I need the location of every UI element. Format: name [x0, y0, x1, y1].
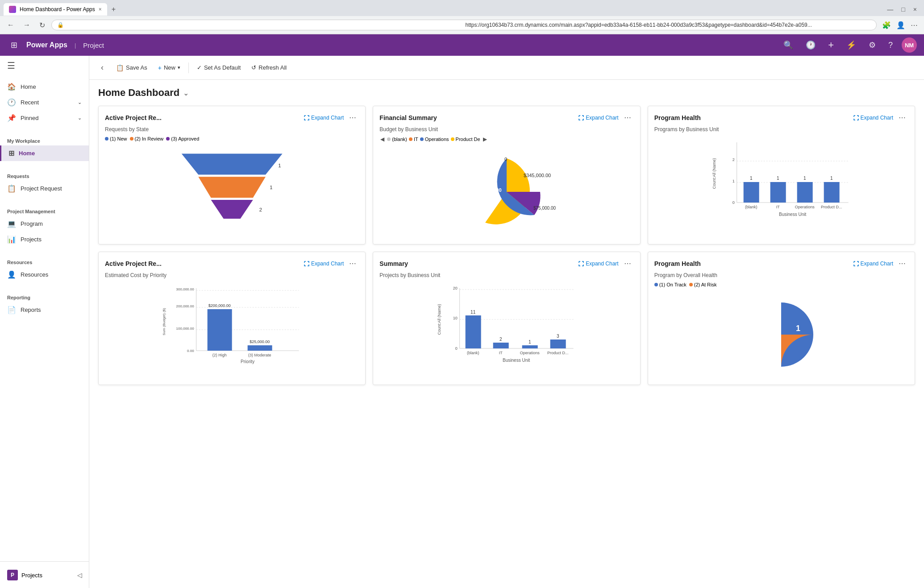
- refresh-button[interactable]: ↻: [37, 19, 48, 31]
- svg-rect-61: [550, 340, 566, 348]
- my-workplace-title: My Workplace: [0, 133, 89, 145]
- svg-text:Business Unit: Business Unit: [503, 358, 530, 363]
- search-button[interactable]: 🔍: [780, 37, 797, 53]
- dashboard-grid: Active Project Re... Expand Chart ⋯ Requ…: [89, 102, 924, 394]
- browser-tab[interactable]: Home Dashboard - Power Apps ×: [4, 3, 107, 16]
- settings-button[interactable]: ⚙: [865, 37, 879, 53]
- expand-label-3: Expand Chart: [861, 115, 893, 121]
- refresh-button[interactable]: ↺ Refresh All: [247, 62, 291, 74]
- user-avatar[interactable]: NM: [902, 37, 917, 53]
- expand-label-6: Expand Chart: [861, 261, 893, 267]
- tab-close-btn[interactable]: ×: [99, 6, 102, 12]
- toolbar-divider-1: [188, 62, 189, 73]
- program-icon: 💻: [7, 219, 16, 228]
- sidebar-label-program: Program: [21, 220, 43, 227]
- save-as-button[interactable]: 📋 Save As: [112, 62, 152, 74]
- card-summary: Summary Expand Chart ⋯ Projects by Busin…: [373, 252, 640, 385]
- sidebar-item-projects[interactable]: 📊 Projects: [0, 232, 89, 247]
- recent-button[interactable]: 🕐: [802, 37, 819, 53]
- sidebar: ☰ 🏠 Home 🕐 Recent ⌄ 📌 Pinned ⌄ My Workpl…: [0, 56, 89, 588]
- home-workplace-icon: ⊞: [8, 149, 14, 157]
- waffle-menu-button[interactable]: ⊞: [7, 37, 21, 53]
- sidebar-toggle-button[interactable]: ☰: [0, 56, 89, 75]
- extensions-button[interactable]: 🧩: [880, 19, 893, 31]
- sidebar-item-pinned[interactable]: 📌 Pinned ⌄: [0, 110, 89, 126]
- back-button[interactable]: ←: [4, 19, 17, 31]
- legend-label-blank: (blank): [392, 137, 407, 142]
- pinned-chevron: ⌄: [78, 115, 82, 121]
- svg-text:IT: IT: [776, 205, 780, 209]
- project-request-icon: 📋: [7, 184, 16, 193]
- help-button[interactable]: ?: [885, 38, 896, 53]
- maximize-button[interactable]: □: [898, 4, 908, 15]
- lock-icon: 🔒: [57, 22, 463, 28]
- forward-button[interactable]: →: [21, 19, 33, 31]
- svg-text:Sum (Budget) ($): Sum (Budget) ($): [162, 308, 166, 335]
- new-icon: +: [158, 64, 162, 71]
- sidebar-item-home-top[interactable]: 🏠 Home: [0, 79, 89, 95]
- resources-section: Resources 👤 Resources: [0, 251, 89, 286]
- svg-text:$75,000.00: $75,000.00: [533, 206, 556, 211]
- toolbar-back-button[interactable]: ‹: [98, 60, 106, 75]
- more-btn-1[interactable]: ⋯: [346, 112, 359, 123]
- legend-label-review: (2) In Review: [135, 136, 164, 141]
- sidebar-item-reports[interactable]: 📄 Reports: [0, 302, 89, 318]
- expand-chart-btn-6[interactable]: Expand Chart: [853, 261, 893, 267]
- sidebar-label-reports: Reports: [21, 306, 41, 313]
- address-input[interactable]: 🔒 https://org10634b73.crm.dynamics.com/m…: [51, 20, 877, 30]
- dashboard-header: Home Dashboard ⌄: [89, 80, 924, 102]
- profile-button[interactable]: 👤: [895, 19, 907, 31]
- expand-chart-btn-1[interactable]: Expand Chart: [304, 115, 344, 121]
- more-btn-5[interactable]: ⋯: [621, 258, 634, 269]
- more-btn-4[interactable]: ⋯: [346, 258, 359, 269]
- svg-rect-23: [824, 182, 839, 203]
- sidebar-bottom-projects[interactable]: P Projects ◁: [0, 565, 89, 585]
- legend-label-on-track: (1) On Track: [659, 282, 687, 287]
- add-button[interactable]: +: [824, 37, 837, 54]
- pie-chart-6: 3 1: [654, 291, 908, 378]
- main-layout: ☰ 🏠 Home 🕐 Recent ⌄ 📌 Pinned ⌄ My Workpl…: [0, 56, 924, 588]
- expand-label-1: Expand Chart: [311, 115, 344, 121]
- legend-6: (1) On Track (2) At Risk: [654, 282, 908, 287]
- card-header-5: Summary Expand Chart ⋯: [379, 258, 633, 269]
- svg-text:200,000.00: 200,000.00: [176, 304, 195, 308]
- reporting-title: Reporting: [0, 290, 89, 302]
- new-tab-button[interactable]: +: [107, 3, 120, 16]
- svg-text:300,000.00: 300,000.00: [176, 287, 195, 291]
- sidebar-bottom: P Projects ◁: [0, 561, 89, 588]
- bar-svg-5: 0 10 20 11 2 1: [379, 284, 633, 366]
- menu-button[interactable]: ⋯: [909, 19, 920, 31]
- set-default-button[interactable]: ✓ Set As Default: [192, 62, 245, 74]
- dashboard-chevron[interactable]: ⌄: [183, 89, 189, 97]
- new-button[interactable]: + New ▾: [154, 62, 185, 74]
- sidebar-item-resources[interactable]: 👤 Resources: [0, 267, 89, 282]
- legend-prev-btn[interactable]: ◀: [379, 136, 385, 142]
- expand-chart-btn-4[interactable]: Expand Chart: [304, 261, 344, 267]
- legend-next-btn[interactable]: ▶: [482, 136, 488, 142]
- funnel-svg-1: 1 1 2: [105, 149, 359, 221]
- legend-label-approved: (3) Approved: [171, 136, 199, 141]
- sidebar-item-recent[interactable]: 🕐 Recent ⌄: [0, 95, 89, 110]
- expand-chart-btn-5[interactable]: Expand Chart: [579, 261, 618, 267]
- legend-label-it: IT: [414, 137, 418, 142]
- app-divider: |: [75, 42, 76, 49]
- card-actions-6: Expand Chart ⋯: [853, 258, 908, 269]
- expand-label-5: Expand Chart: [586, 261, 618, 267]
- more-btn-2[interactable]: ⋯: [621, 112, 634, 123]
- more-btn-3[interactable]: ⋯: [896, 112, 908, 123]
- sidebar-item-home-workplace[interactable]: ⊞ Home: [0, 145, 89, 161]
- more-btn-6[interactable]: ⋯: [896, 258, 908, 269]
- minimize-button[interactable]: —: [883, 4, 897, 15]
- browser-chrome: Home Dashboard - Power Apps × + — □ × ← …: [0, 0, 924, 34]
- legend-item-operations: Operations: [420, 137, 449, 142]
- sidebar-item-program[interactable]: 💻 Program: [0, 216, 89, 232]
- legend-1: (1) New (2) In Review (3) Approved: [105, 136, 359, 141]
- filter-button[interactable]: ⚡: [843, 37, 860, 53]
- close-button[interactable]: ×: [910, 4, 920, 15]
- card-title-5: Summary: [379, 260, 408, 267]
- expand-chart-btn-3[interactable]: Expand Chart: [853, 115, 893, 121]
- browser-tabs: Home Dashboard - Power Apps × + — □ ×: [0, 0, 924, 16]
- svg-text:11: 11: [470, 310, 476, 315]
- expand-chart-btn-2[interactable]: Expand Chart: [579, 115, 618, 121]
- sidebar-item-project-request[interactable]: 📋 Project Request: [0, 181, 89, 196]
